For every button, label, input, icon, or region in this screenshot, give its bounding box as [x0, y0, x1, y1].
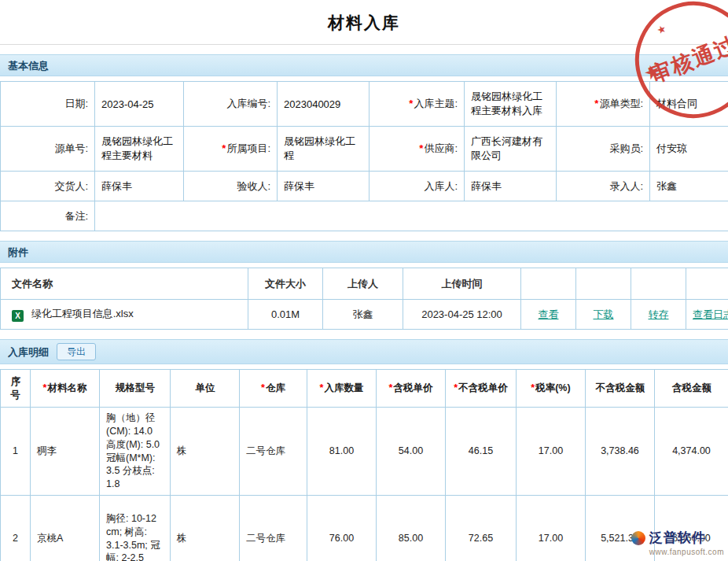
- cell-material-name: 稠李: [31, 408, 100, 496]
- file-upload-time: 2023-04-25 12:00: [403, 300, 521, 330]
- required-mark: *: [594, 98, 598, 109]
- label-inbound-no: 入库编号:: [184, 82, 278, 127]
- view-link[interactable]: 查看: [539, 308, 559, 320]
- label-purchaser: 采购员:: [557, 127, 650, 172]
- export-button[interactable]: 导出: [57, 343, 96, 360]
- file-size: 0.01M: [248, 300, 323, 330]
- attachments-table: 文件名称 文件大小 上传人 上传时间 X 绿化工程项目信息.xlsx 0.01M…: [0, 268, 728, 330]
- value-source-type: 材料合同: [650, 82, 728, 127]
- basic-info-table: 日期: 2023-04-25 入库编号: 2023040029 *入库主题: 晟…: [0, 81, 728, 231]
- header-price-with-tax: *含税单价: [377, 370, 446, 408]
- header-file-size: 文件大小: [248, 268, 323, 300]
- title-bar: 材料入库: [0, 0, 728, 45]
- label-source-type: *源单类型:: [557, 82, 650, 127]
- label-project: *所属项目:: [184, 127, 278, 172]
- cell-qty: 81.00: [307, 408, 377, 496]
- value-supplier: 广西长河建材有限公司: [465, 127, 557, 172]
- label-date: 日期:: [1, 82, 95, 127]
- file-name-cell: X 绿化工程项目信息.xlsx: [1, 300, 248, 330]
- label-inbound-subject: *入库主题:: [370, 82, 465, 127]
- required-mark: *: [531, 382, 535, 393]
- cell-warehouse: 二号仓库: [240, 496, 307, 561]
- header-amount-without-tax: 不含税金额: [586, 370, 655, 408]
- required-mark: *: [409, 98, 413, 109]
- cell-spec: 胸（地）径(CM): 14.0 高度(M): 5.0 冠幅(M*M): 3.5 …: [100, 408, 171, 496]
- header-seq: 序号: [1, 370, 31, 408]
- required-mark: *: [419, 142, 423, 154]
- value-warehouser: 薛保丰: [465, 172, 557, 201]
- brand-url: www.fanpusoft.com: [649, 548, 724, 556]
- required-mark: *: [43, 382, 47, 393]
- value-project: 晟铭园林绿化工程: [278, 127, 370, 172]
- cell-material-name: 京桃A: [31, 496, 100, 561]
- excel-file-icon: X: [12, 310, 24, 322]
- header-action-blank: [521, 268, 576, 300]
- material-inbound-page: 材料入库 ★ ★ ★ 审核通过 基本信息 日期: 2023-04-25 入库编号…: [0, 0, 728, 561]
- value-source-no: 晟铭园林绿化工程主要材料: [95, 127, 184, 172]
- value-inspector: 薛保丰: [278, 172, 370, 201]
- cell-price-without-tax: 72.65: [446, 496, 517, 561]
- required-mark: *: [320, 382, 324, 393]
- value-inbound-subject: 晟铭园林绿化工程主要材料入库: [465, 82, 557, 127]
- label-deliverer: 交货人:: [1, 172, 95, 201]
- brand-name: 泛普软件: [649, 529, 706, 547]
- required-mark: *: [261, 382, 265, 393]
- label-remark: 备注:: [1, 201, 95, 231]
- cell-price-with-tax: 54.00: [377, 408, 446, 496]
- page-title: 材料入库: [0, 12, 728, 34]
- value-recorder: 张鑫: [650, 172, 728, 201]
- cell-unit: 株: [171, 496, 240, 561]
- label-source-no: 源单号:: [1, 127, 95, 172]
- basic-info-section-title: 基本信息: [8, 60, 49, 72]
- required-mark: *: [454, 382, 458, 393]
- cell-unit: 株: [171, 408, 240, 496]
- transfer-link[interactable]: 转存: [649, 308, 669, 320]
- header-price-without-tax: *不含税单价: [446, 370, 517, 408]
- value-date: 2023-04-25: [95, 82, 184, 127]
- label-supplier: *供应商:: [370, 127, 465, 172]
- label-recorder: 录入人:: [557, 172, 650, 201]
- header-action-blank: [631, 268, 686, 300]
- file-uploader: 张鑫: [323, 300, 403, 330]
- header-tax-rate: *税率(%): [517, 370, 586, 408]
- cell-amount-without-tax: 3,738.46: [586, 408, 655, 496]
- header-qty: *入库数量: [307, 370, 377, 408]
- header-material-name: *材料名称: [31, 370, 100, 408]
- cell-price-without-tax: 46.15: [446, 408, 517, 496]
- details-section-header: 入库明细 导出: [0, 339, 728, 364]
- cell-price-with-tax: 85.00: [377, 496, 446, 561]
- attachments-section-header: 附件: [0, 241, 728, 263]
- label-inspector: 验收人:: [184, 172, 278, 201]
- header-action-blank: [686, 268, 728, 300]
- brand-logo-icon: [631, 531, 645, 545]
- value-remark: [95, 201, 728, 231]
- value-inbound-no: 2023040029: [278, 82, 370, 127]
- brand-logo: 泛普软件 www.fanpusoft.com: [631, 529, 724, 556]
- table-row: 2 京桃A 胸径: 10-12 cm; 树高: 3.1-3.5m; 冠幅: 2-…: [1, 496, 728, 561]
- basic-info-section-header: 基本信息: [0, 54, 728, 76]
- details-table: 序号 *材料名称 规格型号 单位 *仓库 *入库数量 *含税单价 *不含税单价 …: [0, 369, 728, 561]
- cell-tax-rate: 17.00: [517, 496, 586, 561]
- header-amount-with-tax: 含税金额: [655, 370, 728, 408]
- cell-qty: 76.00: [307, 496, 377, 561]
- value-deliverer: 薛保丰: [95, 172, 184, 201]
- view-log-link[interactable]: 查看日志: [693, 308, 728, 320]
- header-unit: 单位: [171, 370, 240, 408]
- file-name: 绿化工程项目信息.xlsx: [31, 308, 134, 319]
- value-purchaser: 付安琼: [650, 127, 728, 172]
- table-row: 1 稠李 胸（地）径(CM): 14.0 高度(M): 5.0 冠幅(M*M):…: [1, 408, 728, 496]
- cell-spec: 胸径: 10-12 cm; 树高: 3.1-3.5m; 冠幅: 2-2.5: [100, 496, 171, 561]
- header-upload-time: 上传时间: [403, 268, 521, 300]
- label-warehouser: 入库人:: [370, 172, 465, 201]
- attachment-row: X 绿化工程项目信息.xlsx 0.01M 张鑫 2023-04-25 12:0…: [1, 300, 728, 330]
- required-mark: *: [222, 142, 226, 154]
- header-action-blank: [576, 268, 631, 300]
- details-section-title: 入库明细: [8, 341, 49, 363]
- download-link[interactable]: 下载: [594, 308, 614, 320]
- cell-amount-with-tax: 4,374.00: [655, 408, 728, 496]
- header-spec: 规格型号: [100, 370, 171, 408]
- attachments-section-title: 附件: [8, 246, 28, 258]
- cell-seq: 2: [1, 496, 31, 561]
- header-uploader: 上传人: [323, 268, 403, 300]
- header-file-name: 文件名称: [1, 268, 248, 300]
